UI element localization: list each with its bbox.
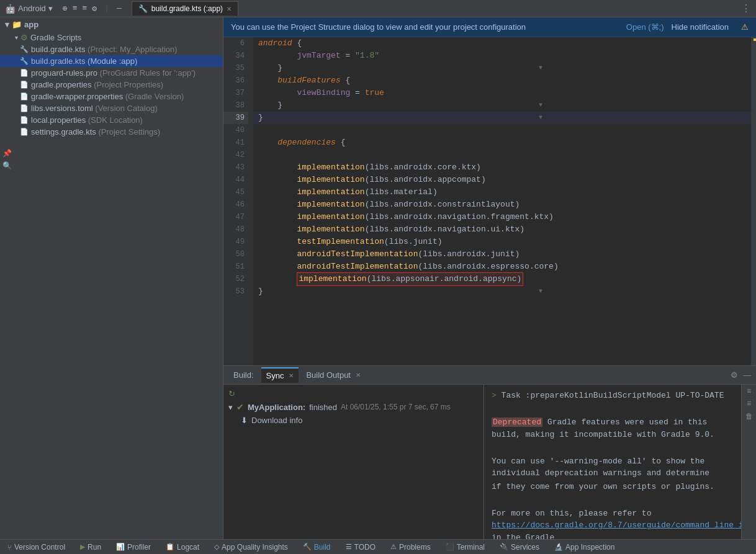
- status-version-control[interactable]: ⑂ Version Control: [5, 543, 68, 552]
- bottom-left-panel: ↻ ▾ ✔ MyApplication: finished At 06/01/2…: [223, 385, 484, 539]
- build-status-icon: 🔨: [303, 543, 312, 551]
- sidebar-item-build-gradle-app[interactable]: 🔧 build.gradle.kts (Module :app): [0, 55, 223, 67]
- refresh-icon: ↻: [228, 389, 235, 398]
- list-icon[interactable]: ≡: [73, 4, 78, 14]
- notification-text: You can use the Project Structure dialog…: [231, 22, 626, 32]
- code-line-34: jvmTarget = "1.8": [253, 50, 751, 62]
- code-line-35: } ▼: [253, 62, 751, 74]
- sidebar-item-gradle-wrapper[interactable]: 📄 gradle-wrapper.properties (Gradle Vers…: [0, 91, 223, 102]
- editor-tab-bar: 🔧 build.gradle.kts (:app) ✕: [132, 1, 741, 16]
- terminal-label: Terminal: [457, 543, 485, 552]
- status-services[interactable]: 🔌 Services: [497, 543, 542, 552]
- code-line-49: testImplementation(libs.junit): [253, 236, 751, 248]
- sidebar-item-gradle-properties[interactable]: 📄 gradle.properties (Project Properties): [0, 79, 223, 91]
- editor-scrollbar[interactable]: [751, 37, 756, 365]
- trash-icon[interactable]: 🗑: [745, 412, 753, 421]
- bottom-tab-build[interactable]: Build:: [228, 368, 259, 382]
- sync-tab-close[interactable]: ✕: [289, 372, 294, 379]
- line-num-49: 49: [223, 236, 248, 248]
- gradle-file-icon: 🔧: [20, 45, 29, 53]
- sidebar-item-build-gradle-project[interactable]: 🔧 build.gradle.kts (Project: My_Applicat…: [0, 43, 223, 55]
- editor-tab-build-gradle[interactable]: 🔧 build.gradle.kts (:app) ✕: [132, 1, 238, 16]
- build-download-item[interactable]: ⬇ Download info: [223, 414, 484, 427]
- status-build[interactable]: 🔨 Build: [300, 543, 333, 552]
- status-app-quality[interactable]: ◇ App Quality Insights: [212, 543, 290, 552]
- sync-tab-label: Sync: [266, 371, 284, 380]
- code-line-52: implementation(libs.appsonair.android.ap…: [253, 273, 751, 285]
- build-time: At 06/01/25, 1:55 pr 7 sec, 67 ms: [341, 403, 451, 411]
- app-quality-label: App Quality Insights: [222, 543, 288, 552]
- status-app-inspection[interactable]: 🔬 App Inspection: [552, 543, 617, 552]
- bottom-content: ↻ ▾ ✔ MyApplication: finished At 06/01/2…: [223, 385, 756, 539]
- code-line-38: } ▼: [253, 99, 751, 112]
- wrap-icon[interactable]: ≡: [747, 387, 751, 396]
- globe-icon[interactable]: ⊕: [63, 4, 68, 14]
- main-content: ▾ 📁 app ▾ ⚙ Gradle Scripts 🔧 build.gradl…: [0, 17, 756, 539]
- bottom-minus-icon[interactable]: —: [743, 370, 751, 380]
- settings-icon[interactable]: ⚙: [92, 4, 97, 14]
- android-label-text: Android: [18, 4, 46, 13]
- props-icon: 📄: [20, 81, 29, 89]
- bottom-tab-build-output[interactable]: Build Output ✕: [301, 368, 366, 382]
- sidebar-wrapper-label: gradle-wrapper.properties (Gradle Versio…: [31, 92, 184, 101]
- line-num-36: 36: [223, 74, 248, 87]
- wrapper-icon: 📄: [20, 92, 29, 101]
- hide-notification-button[interactable]: Hide notification: [672, 22, 729, 32]
- dropdown-icon[interactable]: ▾: [48, 4, 53, 13]
- status-todo[interactable]: ☰ TODO: [343, 543, 378, 552]
- app-inspection-label: App Inspection: [565, 543, 614, 552]
- sidebar-item-gradle-scripts[interactable]: ▾ ⚙ Gradle Scripts: [0, 32, 223, 43]
- build-result-item[interactable]: ▾ ✔ MyApplication: finished At 06/01/25,…: [223, 400, 484, 414]
- more-options-button[interactable]: ⋮: [741, 2, 751, 15]
- sidebar-item-local-properties[interactable]: 📄 local.properties (SDK Location): [0, 114, 223, 126]
- sidebar-item-libs-versions[interactable]: 📄 libs.versions.toml (Version Catalog): [0, 102, 223, 114]
- console-warning-text2: if they come from your own scripts or pl…: [492, 482, 714, 491]
- build-output-tab-close[interactable]: ✕: [356, 372, 361, 378]
- line-num-50: 50: [223, 248, 248, 261]
- open-project-structure-link[interactable]: Open (⌘;): [626, 22, 664, 32]
- sidebar-header-app[interactable]: ▾ 📁 app: [0, 17, 223, 32]
- logcat-label: Logcat: [177, 543, 199, 552]
- toml-icon: 📄: [20, 104, 29, 112]
- console-blank3: [492, 494, 734, 506]
- sidebar-item-settings-gradle[interactable]: 📄 settings.gradle.kts (Project Settings): [0, 126, 223, 138]
- status-logcat[interactable]: 📋 Logcat: [163, 543, 202, 552]
- build-refresh-button[interactable]: ↻: [223, 387, 484, 400]
- line-num-46: 46: [223, 199, 248, 211]
- sidebar-item-selected-label: build.gradle.kts (Module :app): [31, 56, 137, 66]
- status-problems[interactable]: ⚠ Problems: [388, 543, 433, 552]
- align-icon[interactable]: ≡: [747, 400, 751, 408]
- logcat-icon: 📋: [166, 543, 174, 551]
- bottom-settings-icon[interactable]: ⚙: [731, 370, 738, 380]
- status-terminal[interactable]: ⬛ Terminal: [443, 543, 487, 552]
- deprecated-badge: Deprecated: [492, 418, 542, 427]
- vcs-label: Version Control: [14, 543, 65, 552]
- gradle-active-icon: 🔧: [20, 57, 29, 65]
- code-line-41: dependencies {: [253, 136, 751, 149]
- code-line-43: implementation(libs.androidx.core.ktx): [253, 161, 751, 174]
- sidebar-item-proguard[interactable]: 📄 proguard-rules.pro (ProGuard Rules for…: [0, 67, 223, 79]
- android-project-label[interactable]: 🤖 Android ▾: [5, 4, 53, 14]
- proguard-icon: 📄: [20, 69, 29, 77]
- bottom-tab-sync[interactable]: Sync ✕: [261, 367, 299, 383]
- download-icon: ⬇: [241, 416, 248, 425]
- separator: |: [104, 4, 109, 14]
- notification-actions: Open (⌘;) Hide notification ⚠: [626, 22, 749, 32]
- status-profiler[interactable]: 📊 Profiler: [114, 543, 153, 552]
- code-editor[interactable]: 6 34 35 36 37 38 39 40 41 42 43 44 45 46…: [223, 37, 756, 365]
- sidebar-libs-label: libs.versions.toml (Version Catalog): [31, 104, 158, 113]
- line-num-51: 51: [223, 261, 248, 273]
- console-blank1: [492, 403, 734, 416]
- editor-tab-close[interactable]: ✕: [227, 6, 232, 12]
- problems-icon: ⚠: [390, 543, 397, 551]
- build-console[interactable]: > Task :prepareKotlinBuildScriptModel UP…: [484, 385, 741, 539]
- diff-icon[interactable]: ≡: [82, 4, 87, 14]
- status-run[interactable]: ▶ Run: [78, 543, 104, 552]
- code-line-44: implementation(libs.androidx.appcompat): [253, 174, 751, 186]
- console-task-text: Task :prepareKotlinBuildScriptModel UP-T…: [502, 391, 724, 400]
- problems-label: Problems: [399, 543, 431, 552]
- arrow-down-icon: ▾: [15, 34, 18, 41]
- minimize-icon[interactable]: —: [117, 4, 122, 14]
- gradle-docs-link[interactable]: https://docs.gradle.org/8.7/userguide/co…: [492, 520, 741, 530]
- code-line-50: androidTestImplementation(libs.androidx.…: [253, 248, 751, 261]
